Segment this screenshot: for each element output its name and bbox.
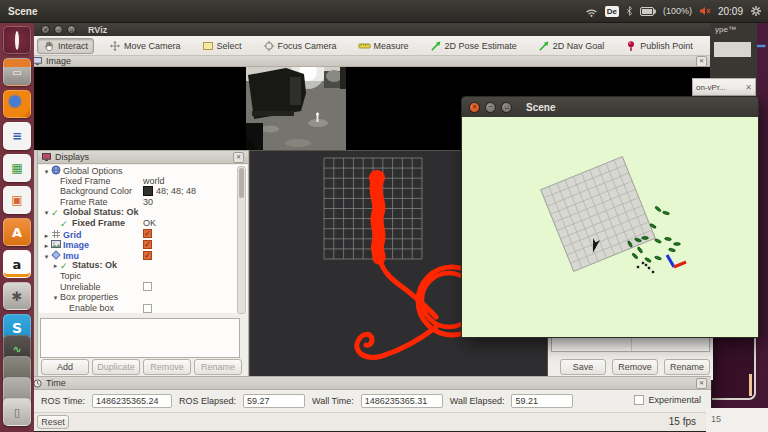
display-row-unreliable[interactable]: Unreliable [39,282,247,293]
display-row-box-properties[interactable]: ▾Box properties [39,292,247,303]
battery-icon[interactable] [640,7,656,16]
display-row-image[interactable]: ▸Image✓ [39,239,247,250]
time-field-label: Wall Time: [312,396,354,406]
rviz-toolbar: InteractMove CameraSelectFocus CameraMea… [29,36,711,56]
displays-panel-icon [42,153,51,161]
skype-icon: S [12,320,22,336]
pose-arrow-icon [430,40,442,52]
trash-icon: ▯ [14,406,20,419]
tool-select[interactable]: Select [196,38,248,54]
image-panel-icon [33,57,42,65]
remove-view-button[interactable]: Remove [612,359,658,375]
select-icon [202,40,214,52]
window-minimize-button[interactable]: − [54,25,63,34]
scene-minimize-button[interactable]: − [485,102,496,113]
time-panel-close-icon[interactable]: ✕ [696,378,707,389]
close-icon[interactable]: ✕ [745,83,752,92]
wifi-icon[interactable] [585,6,598,17]
rename-view-button[interactable]: Rename [664,359,710,375]
display-row-fixed-frame[interactable]: Fixed Frameworld [39,176,247,187]
scrollbar-thumb[interactable] [239,168,244,198]
launcher-item-files[interactable]: ▭ [3,58,31,86]
time-panel-footer: Reset 15 fps [29,412,711,431]
session-gear-icon[interactable] [750,5,762,17]
experimental-checkbox-group[interactable]: Experimental [634,395,701,405]
enabled-checkbox[interactable] [143,282,152,291]
add-button[interactable]: Add [41,359,89,375]
display-row-topic[interactable]: Topic [39,271,247,282]
launcher-item-firefox[interactable] [3,90,31,118]
display-row-background-color[interactable]: Background Color48; 48; 48 [39,186,247,197]
enabled-checkbox[interactable]: ✓ [143,251,152,260]
image-panel-header[interactable]: Image ✕ [29,56,711,67]
scene-close-button[interactable]: ✕ [469,102,480,113]
display-row-grid[interactable]: ▸Grid✓ [39,229,247,240]
window-title: RViz [88,25,107,35]
displays-tree-scrollbar[interactable] [237,166,246,314]
scene-maximize-button[interactable]: ▫ [501,102,512,113]
time-field-label: ROS Elapsed: [179,396,236,406]
display-row-global-options[interactable]: ▾Global Options [39,165,247,176]
launcher-item-ubuntu-software[interactable]: A [3,218,31,246]
scene-map-view[interactable] [462,117,758,337]
launcher-item-libreoffice-calc[interactable]: ▦ [3,154,31,182]
launcher-item-ubuntu-dash[interactable] [3,26,31,54]
tool-focus-camera[interactable]: Focus Camera [257,38,343,54]
display-row-global-status-ok[interactable]: ▾✓Global Status: Ok [39,207,247,218]
remove-button[interactable]: Remove [143,359,191,375]
wall-elapsed-input[interactable] [511,394,573,408]
display-row-enable-box[interactable]: Enable box [39,303,247,313]
duplicate-button[interactable]: Duplicate [92,359,140,375]
bluetooth-icon[interactable] [626,5,633,17]
ros-time-input[interactable] [92,394,172,408]
display-row-imu[interactable]: ▾Imu✓ [39,250,247,261]
launcher-item-trash[interactable]: ▯ [3,398,31,426]
tool-2d-pose-estimate[interactable]: 2D Pose Estimate [424,38,523,54]
display-row-fixed-frame[interactable]: ✓Fixed FrameOK [39,218,247,229]
experimental-checkbox[interactable] [634,395,644,405]
image-panel-close-icon[interactable]: ✕ [696,56,707,67]
ubuntu-software-icon: A [12,225,22,240]
battery-percentage: (100%) [663,6,692,16]
reset-button[interactable]: Reset [37,415,69,429]
launcher-item-libreoffice-impress[interactable]: ▣ [3,186,31,214]
displays-panel-close-icon[interactable]: ✕ [233,152,244,163]
display-row-frame-rate[interactable]: Frame Rate30 [39,197,247,208]
rviz-titlebar[interactable]: ✕ − ▫ RViz [29,23,711,36]
tool-interact[interactable]: Interact [37,38,94,54]
tool-2d-nav-goal[interactable]: 2D Nav Goal [532,38,611,54]
display-row-status-ok[interactable]: ▸✓Status: Ok [39,260,247,271]
enabled-checkbox[interactable] [143,304,152,313]
scene-window-title: Scene [526,102,555,113]
volume-muted-icon[interactable] [699,6,711,16]
enabled-checkbox[interactable]: ✓ [143,229,152,238]
property-value [143,282,152,293]
enabled-checkbox[interactable]: ✓ [143,240,152,249]
time-panel-header[interactable]: Time ✕ [29,377,711,390]
displays-panel-header[interactable]: Displays ✕ [38,151,248,164]
window-maximize-button[interactable]: ▫ [67,25,76,34]
tool-move-camera[interactable]: Move Camera [103,38,187,54]
tool-measure[interactable]: Measure [352,38,415,54]
menubar: Scene De (100%) 20:09 [0,0,768,23]
background-window-strip [714,42,751,57]
background-window-tab[interactable]: on-vPr... ✕ [692,78,756,96]
time-panel: Time ✕ ROS Time:ROS Elapsed:Wall Time:Wa… [29,376,711,431]
launcher-item-libreoffice-writer[interactable]: ≡ [3,122,31,150]
rename-button[interactable]: Rename [194,359,242,375]
keyboard-layout-indicator[interactable]: De [605,6,619,17]
clock[interactable]: 20:09 [718,6,743,17]
system-settings-icon: ✱ [12,289,23,304]
launcher-item-system-settings[interactable]: ✱ [3,282,31,310]
amazon-icon: a [13,257,22,272]
system-tray: De (100%) 20:09 [585,5,762,17]
active-app-name[interactable]: Scene [8,6,37,17]
window-close-button[interactable]: ✕ [41,25,50,34]
launcher-item-amazon[interactable]: a [3,250,31,278]
save-view-button[interactable]: Save [560,359,606,375]
wall-time-input[interactable] [361,394,443,408]
scene-titlebar[interactable]: ✕ − ▫ Scene [462,97,758,117]
tool-publish-point[interactable]: Publish Point [619,38,699,54]
ros-elapsed-input[interactable] [243,394,305,408]
background-tab-label: on-vPr... [696,83,726,92]
